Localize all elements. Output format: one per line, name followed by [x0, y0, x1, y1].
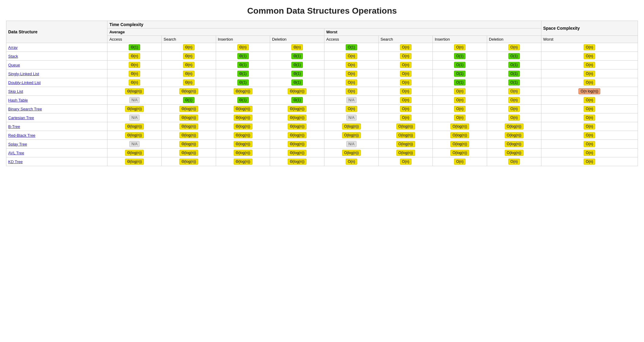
table-body: ArrayΘ(1)Θ(n)Θ(n)Θ(n)O(1)O(n)O(n)O(n)O(n…	[6, 43, 638, 166]
ds-name-cell: Skip List	[6, 87, 107, 96]
ds-name-link[interactable]: Hash Table	[8, 98, 28, 102]
worst-cell: O(n)	[378, 52, 433, 61]
ds-name-link[interactable]: Array	[8, 45, 18, 50]
complexity-badge: Θ(1)	[291, 79, 303, 86]
worst-cell: O(n)	[378, 43, 433, 52]
complexity-badge: Θ(log(n))	[125, 88, 144, 94]
complexity-badge: O(n)	[346, 71, 357, 77]
complexity-badge: Θ(log(n))	[125, 159, 144, 165]
ds-name-link[interactable]: Binary Search Tree	[8, 107, 42, 111]
ds-name-link[interactable]: Splay Tree	[8, 142, 27, 146]
ds-name-link[interactable]: KD Tree	[8, 159, 23, 164]
complexity-badge: O(n)	[346, 88, 357, 94]
ds-name-link[interactable]: Red-Black Tree	[8, 133, 36, 138]
complexity-badge: Θ(1)	[237, 97, 249, 103]
complexity-badge: O(n)	[400, 97, 412, 103]
complexity-badge: Θ(n)	[291, 44, 303, 50]
worst-cell: O(n)	[324, 87, 379, 96]
complexity-badge: Θ(log(n))	[179, 132, 198, 138]
complexity-badge: Θ(1)	[129, 44, 140, 50]
worst-cell: O(1)	[487, 52, 541, 61]
avg-cell: Θ(log(n))	[216, 122, 270, 131]
worst-cell: O(n)	[487, 157, 541, 166]
table-row: AVL TreeΘ(log(n))Θ(log(n))Θ(log(n))Θ(log…	[6, 149, 638, 157]
worst-cell: O(1)	[487, 61, 541, 69]
space-cell: O(n)	[541, 105, 638, 113]
ds-name-link[interactable]: Skip List	[8, 89, 23, 94]
complexity-badge: O(log(n))	[342, 150, 361, 156]
complexity-badge: O(log(n))	[450, 123, 469, 129]
worst-cell: O(log(n))	[324, 149, 379, 157]
worst-cell: O(n)	[378, 157, 433, 166]
space-cell: O(n)	[541, 43, 638, 52]
complexity-badge: O(n)	[508, 88, 520, 94]
avg-cell: Θ(n)	[107, 78, 162, 87]
complexity-badge: Θ(log(n))	[288, 150, 307, 156]
ds-name-link[interactable]: Doubly-Linked List	[8, 80, 41, 85]
avg-cell: Θ(log(n))	[270, 113, 324, 122]
complexity-badge: Θ(log(n))	[179, 115, 198, 121]
worst-cell: O(log(n))	[378, 149, 433, 157]
complexity-badge: Θ(log(n))	[125, 106, 144, 112]
complexity-badge: O(log(n))	[450, 132, 469, 138]
space-cell: O(n)	[541, 52, 638, 61]
worst-cell: O(log(n))	[487, 149, 541, 157]
worst-cell: O(1)	[433, 78, 487, 87]
complexity-badge: Θ(log(n))	[179, 159, 198, 165]
complexity-badge: Θ(log(n))	[179, 88, 198, 94]
complexity-badge: O(n)	[400, 106, 412, 112]
complexity-badge: N/A	[129, 97, 140, 103]
complexity-badge: O(log(n))	[505, 123, 524, 129]
complexity-badge: Θ(log(n))	[234, 88, 253, 94]
space-badge: O(n)	[584, 115, 595, 121]
avg-cell: Θ(log(n))	[270, 157, 324, 166]
avg-cell: Θ(n)	[216, 43, 270, 52]
worst-cell: O(n)	[487, 43, 541, 52]
col-avg-search: Search	[162, 36, 216, 43]
space-badge: O(n)	[584, 79, 595, 86]
ds-name-link[interactable]: AVL Tree	[8, 151, 24, 155]
complexity-badge: O(n)	[346, 159, 357, 165]
ds-name-link[interactable]: Stack	[8, 54, 18, 59]
ds-name-cell: Binary Search Tree	[6, 105, 107, 113]
avg-cell: Θ(log(n))	[162, 105, 216, 113]
complexity-badge: Θ(n)	[183, 44, 195, 50]
avg-cell: Θ(1)	[216, 52, 270, 61]
ds-name-link[interactable]: Cartesian Tree	[8, 116, 34, 120]
worst-cell: N/A	[324, 96, 379, 105]
worst-cell: O(n)	[378, 78, 433, 87]
avg-cell: Θ(n)	[162, 69, 216, 78]
avg-cell: Θ(1)	[270, 61, 324, 69]
avg-cell: Θ(1)	[107, 43, 162, 52]
space-badge: O(n)	[584, 53, 595, 59]
complexity-badge: N/A	[346, 97, 357, 103]
complexity-badge: Θ(log(n))	[288, 132, 307, 138]
avg-cell: Θ(1)	[162, 96, 216, 105]
space-cell: O(n log(n))	[541, 87, 638, 96]
ds-name-link[interactable]: Singly-Linked List	[8, 72, 39, 76]
col-space-worst: Worst	[541, 36, 638, 43]
worst-cell: O(n)	[378, 113, 433, 122]
space-badge: O(n)	[584, 132, 595, 138]
complexity-badge: Θ(1)	[237, 62, 249, 68]
complexity-badge: Θ(log(n))	[234, 123, 253, 129]
complexity-badge: O(log(n))	[505, 141, 524, 147]
complexity-badge: Θ(n)	[129, 79, 140, 86]
complexity-badge: Θ(log(n))	[234, 115, 253, 121]
space-cell: O(n)	[541, 113, 638, 122]
ds-name-link[interactable]: Queue	[8, 63, 20, 67]
complexity-badge: O(n)	[454, 97, 466, 103]
complexity-table: Data Structure Time Complexity Space Com…	[6, 21, 638, 166]
complexity-badge: N/A	[346, 141, 357, 147]
col-avg-insertion: Insertion	[216, 36, 270, 43]
ds-name-cell: AVL Tree	[6, 149, 107, 157]
space-badge: O(n)	[584, 44, 595, 50]
col-worst-deletion: Deletion	[487, 36, 541, 43]
complexity-badge: Θ(1)	[237, 79, 249, 86]
complexity-badge: O(n)	[400, 88, 412, 94]
worst-cell: O(n)	[487, 87, 541, 96]
header-row-1: Data Structure Time Complexity Space Com…	[6, 21, 638, 29]
col-worst-search: Search	[378, 36, 433, 43]
ds-name-link[interactable]: B-Tree	[8, 124, 20, 129]
space-badge: O(n)	[584, 106, 595, 112]
